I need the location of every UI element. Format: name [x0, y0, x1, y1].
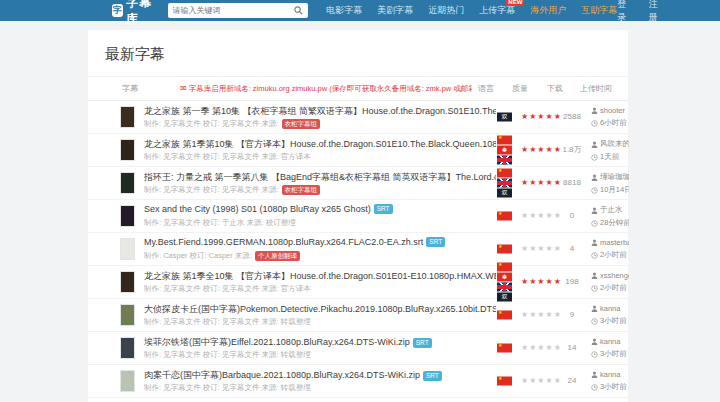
language-flags — [497, 212, 512, 221]
subtitle-meta-line: 制作: 见字幕文件 校订: 于止水 来源: 校订整理 — [144, 218, 496, 228]
language-flags — [497, 311, 512, 320]
mail-icon: ✉ — [180, 84, 187, 93]
nav-mutual-subtitles[interactable]: 互助字幕 — [581, 4, 617, 17]
announcement-text: 字幕库启用新域名: zimuku.org zimuku.pw (保存即可获取永久… — [189, 84, 472, 94]
subtitle-title-line: 指环王: 力量之戒 第一季第八集 【BagEnd字幕组&衣柜字幕组 简英双语字幕… — [144, 171, 496, 184]
nav-upload-subtitle[interactable]: 上传字幕NEW — [479, 4, 515, 17]
upload-time-line: 10月14日 — [591, 185, 629, 195]
format-badges: SRT — [423, 371, 442, 381]
subtitle-title-link[interactable]: 龙之家族 第1季第10集 【官方译本】House.of.the.Dragon.S… — [144, 138, 496, 151]
nav-tv-subtitles[interactable]: 美剧字幕 — [377, 4, 413, 17]
search-button[interactable] — [294, 6, 303, 15]
source-group-badge[interactable]: 个人原创翻译 — [255, 251, 300, 261]
uploader-name[interactable]: 于止水 — [600, 205, 623, 215]
meta-text: 制作: 见字幕文件 校订: 见字幕文件 来源: 转载整理 — [144, 350, 311, 360]
hk-flag-icon — [497, 273, 512, 282]
subtitle-title-link[interactable]: My.Best.Fiend.1999.GERMAN.1080p.BluRay.x… — [144, 237, 423, 247]
login-link[interactable]: 登录 — [617, 0, 630, 24]
uploader-name[interactable]: 风吹来的那 — [600, 139, 629, 149]
subtitle-meta-line: 制作: 见字幕文件 校订: 见字幕文件 来源: 转载整理 — [144, 383, 496, 393]
cn-flag-icon — [497, 263, 512, 272]
uploader-name[interactable]: xsshengd — [600, 271, 629, 280]
uploader-name[interactable]: shooter — [600, 106, 625, 115]
uploader-line: kanna — [591, 304, 629, 313]
poster-thumbnail[interactable] — [120, 106, 135, 128]
poster-thumbnail[interactable] — [120, 337, 135, 359]
subtitle-title-line: 龙之家族 第1季全10集 【官方译本】House.of.the.Dragon.S… — [144, 270, 496, 283]
clock-icon — [591, 187, 598, 194]
subtitle-meta-line: 制作: 见字幕文件 校订: 见字幕文件 来源: 官方译本 — [144, 284, 496, 294]
subtitle-title-link[interactable]: 埃菲尔铁塔(国中字幕)Eiffel.2021.1080p.BluRay.x264… — [144, 336, 410, 349]
page-title: 最新字幕 — [88, 30, 628, 77]
upload-time-line: 6小时前 — [591, 118, 629, 128]
upload-time-line: 2小时前 — [591, 250, 629, 260]
uploader-name[interactable]: kanna — [600, 337, 620, 346]
poster-thumbnail[interactable] — [120, 205, 135, 227]
nav-overseas-users[interactable]: 海外用户 — [530, 4, 566, 17]
source-group-badge[interactable]: 衣柜字幕组 — [282, 185, 321, 195]
poster-thumbnail[interactable] — [120, 139, 135, 161]
table-header: 字幕 ✉ 字幕库启用新域名: zimuku.org zimuku.pw (保存即… — [88, 77, 628, 101]
subtitle-title-link[interactable]: 龙之家族 第1季全10集 【官方译本】House.of.the.Dragon.S… — [144, 270, 496, 283]
language-flags: 双 — [497, 169, 512, 198]
upload-time: 10月14日 — [600, 185, 629, 195]
meta-text: 制作: Casper 校订: Casper 来源: — [144, 251, 252, 261]
language-flags — [497, 245, 512, 254]
user-icon — [591, 141, 598, 148]
download-count: 2588 — [556, 101, 588, 133]
subtitle-title-link[interactable]: 大侦探皮卡丘(国中字幕)Pokemon.Detective.Pikachu.20… — [144, 303, 496, 316]
upload-time: 6小时前 — [600, 118, 627, 128]
cn-flag-icon — [497, 212, 512, 221]
poster-thumbnail[interactable] — [120, 370, 135, 392]
uploader-line: 瑾瑜珈珈珈 — [591, 172, 629, 182]
user-icon — [591, 174, 598, 181]
user-icon — [591, 239, 598, 246]
subtitle-title-link[interactable]: 肉案千恋(国中字幕)Barbaque.2021.1080p.BluRay.x26… — [144, 369, 420, 382]
domain-announcement: ✉ 字幕库启用新域名: zimuku.org zimuku.pw (保存即可获取… — [180, 84, 472, 94]
uploader-name[interactable]: kanna — [600, 304, 620, 313]
subtitle-title-link[interactable]: 龙之家族 第一季 第10集 【衣柜字幕组 简繁双语字幕】House.of.the… — [144, 105, 496, 118]
upload-time-line: 3小时前 — [591, 382, 629, 392]
clock-icon — [591, 285, 598, 292]
source-group-badge[interactable]: 衣柜字幕组 — [282, 119, 321, 129]
download-count: 14 — [556, 332, 588, 364]
subtitle-row: 指环王: 力量之戒 第一季第八集 【BagEnd字幕组&衣柜字幕组 简英双语字幕… — [88, 167, 628, 200]
language-flags: 双 — [497, 113, 512, 122]
clock-icon — [591, 120, 598, 127]
site-logo[interactable]: 字 字幕库 — [112, 0, 158, 28]
meta-text: 制作: 见字幕文件 校订: 见字幕文件 来源: 官方译本 — [144, 284, 311, 294]
uk-flag-icon — [497, 283, 512, 292]
nav-recent-hot[interactable]: 近期热门 — [428, 4, 464, 17]
cn-flag-icon — [497, 169, 512, 178]
cn-flag-icon — [497, 377, 512, 386]
hk-flag-icon — [497, 146, 512, 155]
download-count: 9 — [556, 299, 588, 331]
uploader-cell: xsshengd 2小时前 — [591, 271, 629, 293]
cn-flag-icon — [497, 136, 512, 145]
format-badges: SRT — [413, 338, 432, 348]
nav-movie-subtitles[interactable]: 电影字幕 — [326, 4, 362, 17]
uploader-cell: kanna 3小时前 — [591, 370, 629, 392]
download-count: 8818 — [556, 167, 588, 199]
uk-flag-icon — [497, 179, 512, 188]
download-count: 24 — [556, 365, 588, 397]
subtitle-title-link[interactable]: Sex and the City (1998) S01 (1080p BluRa… — [144, 204, 371, 214]
language-flags: 双 — [497, 263, 512, 302]
user-icon — [591, 338, 598, 345]
upload-time: 28分钟前 — [600, 218, 629, 228]
subtitle-meta-line: 制作: 见字幕文件 校订: 见字幕文件 来源: 衣柜字幕组 — [144, 119, 496, 129]
subtitle-meta-line: 制作: 见字幕文件 校订: 见字幕文件 来源: 衣柜字幕组 — [144, 185, 496, 195]
poster-thumbnail[interactable] — [120, 271, 135, 293]
poster-thumbnail[interactable] — [120, 238, 135, 260]
poster-thumbnail[interactable] — [120, 172, 135, 194]
uploader-name[interactable]: kanna — [600, 370, 620, 379]
poster-thumbnail[interactable] — [120, 304, 135, 326]
subtitle-title-link[interactable]: 指环王: 力量之戒 第一季第八集 【BagEnd字幕组&衣柜字幕组 简英双语字幕… — [144, 171, 496, 184]
user-icon — [591, 305, 598, 312]
uploader-name[interactable]: 瑾瑜珈珈珈 — [600, 172, 629, 182]
register-link[interactable]: 注册 — [649, 0, 662, 24]
subtitle-meta-line: 制作: Casper 校订: Casper 来源: 个人原创翻译 — [144, 251, 496, 261]
meta-text: 制作: 见字幕文件 校订: 见字幕文件 来源: — [144, 119, 279, 129]
search-input[interactable] — [173, 6, 295, 15]
uploader-name[interactable]: masterball — [600, 238, 629, 247]
